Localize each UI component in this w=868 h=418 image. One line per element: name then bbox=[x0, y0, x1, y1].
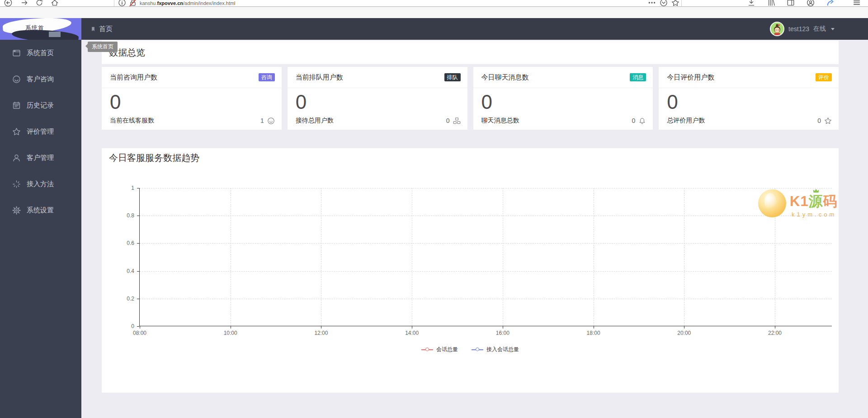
browser-forward-icon[interactable] bbox=[20, 0, 28, 7]
card-footer-label: 聊天消息总数 bbox=[481, 117, 519, 125]
window-icon bbox=[12, 49, 21, 57]
watermark-logo-icon bbox=[758, 189, 786, 217]
app-header: 系统首 首页 bbox=[0, 18, 868, 40]
y-tick bbox=[137, 188, 139, 188]
x-axis-label: 16:00 bbox=[496, 330, 509, 336]
page-actions-icon[interactable] bbox=[648, 0, 656, 7]
card-title: 今日聊天消息数 bbox=[481, 73, 529, 82]
line-chart: 00.20.40.60.8108:0010:0012:0014:0016:001… bbox=[139, 188, 832, 326]
main-content: 数据总览 当前咨询用户数咨询0当前在线客服数1当前排队用户数排队0接待总用户数0… bbox=[81, 40, 868, 418]
username: test123 bbox=[788, 25, 809, 33]
y-axis-label: 0.6 bbox=[127, 240, 134, 246]
library-icon[interactable] bbox=[767, 0, 775, 7]
avatar[interactable] bbox=[770, 22, 784, 36]
menu-tooltip: 系统首页 bbox=[88, 42, 118, 52]
insecure-lock-icon bbox=[129, 0, 137, 7]
stat-card: 今日聊天消息数消息0聊天消息总数0 bbox=[473, 67, 653, 130]
browser-back-icon[interactable] bbox=[4, 0, 12, 7]
card-title: 当前排队用户数 bbox=[296, 73, 343, 82]
sidebar-item-label: 历史记录 bbox=[27, 101, 54, 110]
group-icon bbox=[453, 117, 461, 125]
stat-card: 当前咨询用户数咨询0当前在线客服数1 bbox=[102, 67, 282, 130]
gridline-v bbox=[321, 188, 321, 326]
watermark-site: k1ym.com bbox=[792, 211, 836, 218]
card-footer-value: 0 bbox=[632, 117, 646, 125]
downloads-icon[interactable] bbox=[747, 0, 755, 7]
account-icon[interactable] bbox=[807, 0, 815, 7]
gear-icon bbox=[12, 206, 21, 215]
y-axis-label: 1 bbox=[131, 185, 134, 191]
sidebar-item-客户咨询[interactable]: 客户咨询 bbox=[0, 66, 81, 92]
x-tick bbox=[503, 326, 503, 329]
url-bar[interactable]: kanshu.fxpovve.cn/admin/index/index.html bbox=[114, 0, 682, 7]
sidebar-item-label: 系统首页 bbox=[27, 49, 54, 57]
screen: kanshu.fxpovve.cn/admin/index/index.html… bbox=[0, 0, 868, 418]
y-tick bbox=[137, 243, 139, 244]
x-axis-label: 18:00 bbox=[587, 330, 600, 336]
y-axis-label: 0.4 bbox=[127, 268, 134, 274]
sidebar-item-历史记录[interactable]: 历史记录 bbox=[0, 92, 81, 118]
gridline-v bbox=[231, 188, 231, 326]
page-top-gap bbox=[0, 7, 868, 18]
notebook-icon bbox=[12, 101, 21, 110]
x-tick bbox=[321, 326, 321, 329]
sidebar-item-label: 客户管理 bbox=[27, 154, 54, 162]
menu-icon[interactable] bbox=[853, 0, 861, 7]
card-footer: 总评价用户数0 bbox=[667, 117, 832, 125]
stat-cards: 当前咨询用户数咨询0当前在线客服数1当前排队用户数排队0接待总用户数0今日聊天消… bbox=[102, 67, 839, 130]
sidebar-item-label: 评价管理 bbox=[27, 127, 54, 136]
card-badge: 评价 bbox=[816, 73, 832, 81]
admin-app: 系统首 首页 bbox=[0, 18, 868, 418]
online-status: 在线 bbox=[813, 25, 826, 33]
x-axis-label: 20:00 bbox=[677, 330, 691, 336]
browser-reload-icon[interactable] bbox=[35, 0, 43, 7]
sidebar-item-系统设置[interactable]: 系统设置 bbox=[0, 197, 81, 223]
card-title: 今日评价用户数 bbox=[667, 73, 714, 82]
sidebar-item-评价管理[interactable]: 评价管理 bbox=[0, 118, 81, 145]
gridline-v bbox=[412, 188, 412, 326]
sidebar-item-系统首页[interactable]: 系统首页 bbox=[0, 40, 81, 66]
sidebar-item-接入方法[interactable]: 接入方法 bbox=[0, 171, 81, 197]
sidebar-item-label: 接入方法 bbox=[27, 180, 54, 188]
logo-tab bbox=[49, 32, 61, 37]
watermark: K1源码 k1ym.com bbox=[758, 187, 847, 226]
gridline-h bbox=[140, 243, 832, 244]
y-tick bbox=[137, 299, 139, 299]
bookmark-star-icon[interactable] bbox=[671, 0, 679, 7]
x-axis-label: 10:00 bbox=[224, 330, 237, 336]
gridline-h bbox=[140, 271, 832, 272]
sidebars-icon[interactable] bbox=[787, 0, 795, 7]
x-axis-label: 12:00 bbox=[314, 330, 328, 336]
user-menu[interactable]: test123 在线 bbox=[770, 18, 835, 40]
x-tick bbox=[140, 326, 140, 329]
stat-card: 当前排队用户数排队0接待总用户数0 bbox=[288, 67, 467, 130]
legend-marker-icon bbox=[421, 348, 433, 352]
card-footer-label: 当前在线客服数 bbox=[110, 117, 154, 125]
legend-item-接入会话总量[interactable]: 接入会话总量 bbox=[472, 346, 519, 353]
card-header: 当前咨询用户数咨询 bbox=[102, 67, 282, 88]
send-tab-icon[interactable] bbox=[826, 0, 835, 7]
sidebar-item-客户管理[interactable]: 客户管理 bbox=[0, 145, 81, 171]
x-tick bbox=[684, 326, 684, 329]
x-axis-label: 14:00 bbox=[405, 330, 419, 336]
y-tick bbox=[137, 216, 139, 216]
star-icon bbox=[12, 127, 21, 136]
legend-item-会话总量[interactable]: 会话总量 bbox=[421, 346, 458, 353]
dialogue-icon bbox=[267, 117, 275, 125]
y-tick bbox=[137, 271, 139, 272]
legend-label: 接入会话总量 bbox=[486, 346, 519, 353]
gridline-v bbox=[594, 188, 594, 326]
overview-panel: 数据总览 bbox=[102, 41, 839, 64]
bell-icon bbox=[638, 117, 646, 125]
browser-home-icon[interactable] bbox=[51, 0, 59, 7]
card-footer-value: 1 bbox=[260, 117, 275, 125]
gridline-v bbox=[503, 188, 503, 326]
gridline-h bbox=[140, 299, 832, 299]
pocket-icon[interactable] bbox=[660, 0, 668, 7]
breadcrumb[interactable]: 首页 bbox=[90, 18, 113, 40]
card-footer: 聊天消息总数0 bbox=[481, 117, 646, 125]
card-value: 0 bbox=[481, 92, 492, 112]
site-info-icon[interactable] bbox=[118, 0, 126, 7]
y-tick bbox=[137, 326, 139, 327]
card-value: 0 bbox=[296, 92, 307, 112]
